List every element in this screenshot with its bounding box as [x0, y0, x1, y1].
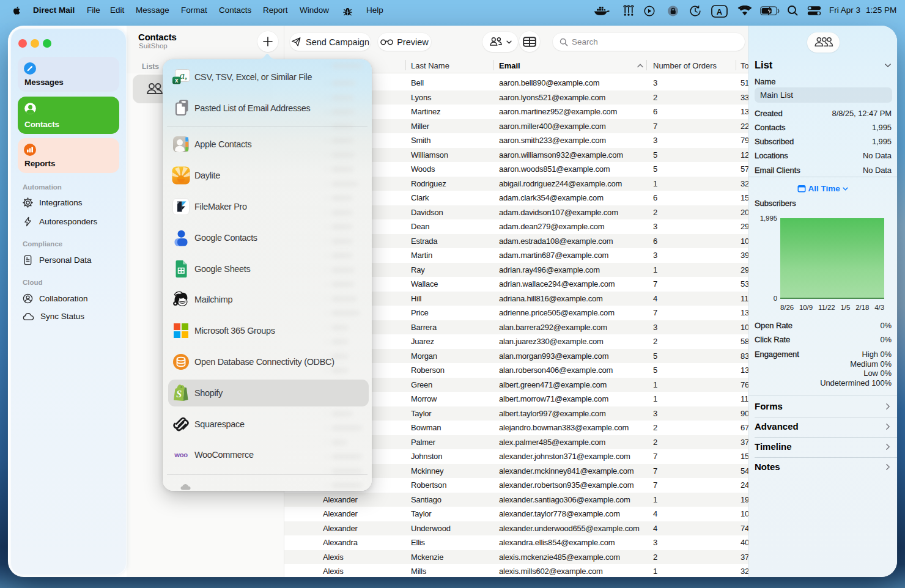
svg-text:a,: a, — [180, 70, 187, 81]
svg-text:x: x — [175, 77, 179, 84]
svg-text:A: A — [717, 7, 723, 17]
svg-text:woo: woo — [174, 451, 188, 458]
svg-text:S: S — [176, 389, 182, 399]
